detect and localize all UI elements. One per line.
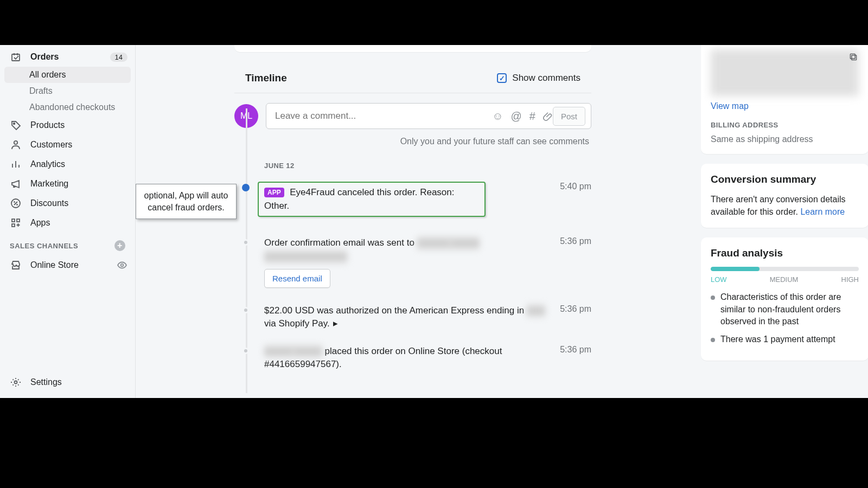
discounts-label: Discounts — [30, 198, 68, 208]
sidebar-item-apps[interactable]: Apps — [0, 213, 135, 233]
timeline-item: $22.00 USD was authorized on the America… — [264, 304, 591, 331]
comment-visibility-note: Only you and your future staff can see c… — [234, 129, 591, 146]
show-comments-label: Show comments — [512, 73, 580, 84]
apps-label: Apps — [30, 218, 50, 228]
fraud-level-medium: MEDIUM — [770, 275, 799, 284]
emoji-icon[interactable]: ☺ — [492, 110, 503, 123]
sidebar-item-products[interactable]: Products — [0, 115, 135, 135]
timeline-dot-icon — [242, 239, 249, 246]
attachment-icon[interactable] — [543, 111, 553, 121]
timeline-event-time: 5:40 pm — [560, 182, 591, 191]
sidebar-item-drafts[interactable]: Drafts — [0, 83, 135, 99]
orders-badge: 14 — [110, 53, 127, 62]
apps-icon — [10, 217, 22, 229]
learn-more-link[interactable]: Learn more — [800, 207, 845, 216]
analytics-label: Analytics — [30, 159, 65, 169]
fraud-meter — [711, 267, 859, 271]
sidebar-nav: Orders 14 All orders Drafts Abandoned ch… — [0, 47, 135, 371]
billing-text: Same as shipping address — [711, 134, 859, 144]
copy-icon[interactable] — [849, 53, 859, 62]
annotation-callout: optional, App will auto cancel fraud ord… — [136, 184, 237, 219]
add-channel-button[interactable]: + — [114, 240, 125, 251]
sidebar-item-marketing[interactable]: Marketing — [0, 174, 135, 194]
sidebar-item-abandoned[interactable]: Abandoned checkouts — [0, 99, 135, 115]
chart-icon — [10, 158, 22, 170]
svg-point-2 — [14, 141, 17, 144]
sidebar-item-settings[interactable]: Settings — [0, 371, 135, 398]
fraud-card: Fraud analysis LOW MEDIUM HIGH Character… — [701, 237, 868, 361]
discount-icon — [10, 197, 22, 209]
hashtag-icon[interactable]: # — [529, 110, 535, 123]
sidebar-item-online-store[interactable]: Online Store — [0, 255, 135, 275]
timeline-header: Timeline ✓ Show comments — [234, 67, 591, 93]
view-store-icon[interactable] — [117, 260, 127, 271]
sidebar-item-customers[interactable]: Customers — [0, 135, 135, 155]
timeline-event-time: 5:36 pm — [560, 236, 591, 246]
redacted-text: xxxx — [527, 304, 545, 318]
products-label: Products — [30, 120, 65, 130]
svg-point-1 — [14, 123, 15, 125]
callout-text: optional, App will auto cancel fraud ord… — [144, 191, 228, 212]
redacted-text: xxxxxxx xxxxxx — [417, 236, 480, 250]
timeline-item: Order confirmation email was sent to xxx… — [264, 236, 591, 287]
timeline-dot-icon — [242, 184, 250, 191]
billing-heading: BILLING ADDRESS — [711, 121, 859, 129]
timeline-date: JUNE 12 — [264, 162, 591, 170]
conversion-title: Conversion summary — [711, 174, 859, 185]
fraud-list-item: Characteristics of this order are simila… — [711, 291, 859, 328]
svg-point-7 — [121, 264, 124, 267]
sidebar-item-orders[interactable]: Orders 14 — [0, 47, 135, 67]
megaphone-icon — [10, 178, 22, 190]
show-comments-toggle[interactable]: ✓ Show comments — [497, 73, 580, 84]
mention-icon[interactable]: @ — [511, 110, 522, 123]
customers-label: Customers — [30, 140, 72, 150]
fraud-meter-fill — [711, 267, 760, 271]
sales-channels-label: SALES CHANNELS — [10, 242, 78, 250]
redacted-text: xxxxxx xxxxxx — [264, 345, 322, 358]
timeline-event-text: Order confirmation email was sent to xxx… — [264, 236, 480, 287]
fraud-title: Fraud analysis — [711, 247, 859, 259]
comment-input[interactable] — [275, 111, 492, 121]
orders-icon — [10, 51, 22, 63]
fraud-analysis-list: Characteristics of this order are simila… — [711, 291, 859, 345]
view-map-link[interactable]: View map — [711, 101, 859, 111]
timeline-title: Timeline — [245, 72, 287, 84]
expand-icon[interactable]: ▸ — [333, 318, 338, 329]
timeline-event-time: 5:36 pm — [560, 345, 591, 355]
post-button[interactable]: Post — [553, 107, 585, 126]
timeline-dot-icon — [242, 348, 249, 354]
marketing-label: Marketing — [30, 179, 68, 189]
fraud-list-item: There was 1 payment attempt — [711, 333, 859, 345]
fraud-level-low: LOW — [711, 275, 727, 284]
svg-rect-10 — [850, 54, 855, 59]
sidebar-item-all-orders[interactable]: All orders — [4, 67, 131, 83]
resend-email-button[interactable]: Resend email — [264, 269, 330, 288]
timeline-event-text[interactable]: $22.00 USD was authorized on the America… — [264, 304, 551, 331]
sidebar: Orders 14 All orders Drafts Abandoned ch… — [0, 45, 136, 398]
checkbox-icon: ✓ — [497, 73, 507, 83]
online-store-label: Online Store — [30, 260, 79, 270]
timeline-event-text: Eye4Fraud canceled this order. Reason: O… — [264, 187, 454, 211]
main-content: optional, App will auto cancel fraud ord… — [136, 45, 868, 398]
timeline-event-text: xxxxxx xxxxxx placed this order on Onlin… — [264, 345, 551, 371]
conversion-card: Conversion summary There aren't any conv… — [701, 164, 868, 228]
store-icon — [10, 259, 22, 271]
gear-icon — [10, 376, 22, 388]
tag-icon — [10, 119, 22, 131]
svg-rect-4 — [12, 219, 15, 222]
settings-label: Settings — [30, 377, 62, 387]
comment-toolbar: ☺ @ # — [492, 110, 553, 123]
comment-composer: ML ☺ @ # Post — [234, 93, 591, 129]
timeline-item: APP Eye4Fraud canceled this order. Reaso… — [264, 182, 591, 217]
timeline-item: xxxxxx xxxxxx placed this order on Onlin… — [264, 345, 591, 371]
sidebar-item-analytics[interactable]: Analytics — [0, 155, 135, 174]
conversion-text: There aren't any conversion details avai… — [711, 193, 859, 218]
sidebar-item-discounts[interactable]: Discounts — [0, 194, 135, 213]
right-column: View map BILLING ADDRESS Same as shippin… — [701, 45, 868, 361]
comment-box: ☺ @ # Post — [266, 103, 591, 129]
svg-point-8 — [15, 381, 17, 384]
app-badge: APP — [264, 188, 284, 197]
svg-rect-9 — [852, 55, 857, 60]
fraud-level-high: HIGH — [841, 275, 859, 284]
redacted-address — [711, 49, 859, 96]
